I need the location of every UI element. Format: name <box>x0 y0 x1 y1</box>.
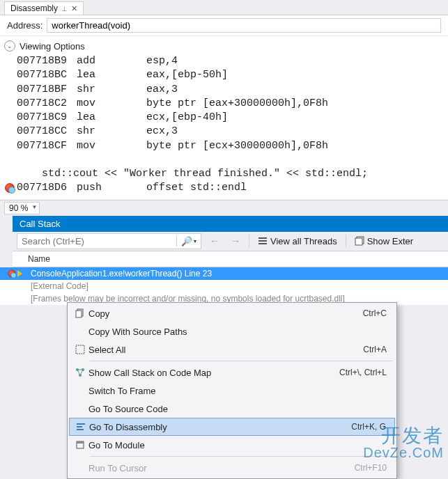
callstack-body: ConsoleApplication1.exe!workerThread() L… <box>0 267 448 305</box>
disasm-row[interactable]: 007718C9leaecx,[ebp-40h] <box>3 111 445 125</box>
menu-separator <box>90 361 392 361</box>
col-name: Name <box>28 254 50 264</box>
disasm-row-current[interactable]: 007718D6pushoffset std::endl <box>3 181 445 195</box>
nav-back-icon[interactable]: ← <box>207 235 222 246</box>
stack-icon <box>355 236 364 246</box>
close-icon[interactable]: ✕ <box>71 4 77 13</box>
menu-item-go-to-disassembly[interactable]: Go To DisassemblyCtrl+K, G <box>69 418 395 436</box>
viewing-options-toggle[interactable]: ⌄ Viewing Options <box>0 36 448 53</box>
select-icon <box>72 345 88 354</box>
svg-rect-2 <box>258 243 267 244</box>
breakpoint-icon[interactable] <box>5 183 15 193</box>
module-icon <box>72 440 88 450</box>
disasm-row[interactable]: 007718B9addesp,4 <box>3 54 445 68</box>
svg-rect-12 <box>77 426 82 427</box>
disasm-row[interactable]: 007718CCshrecx,3 <box>3 125 445 139</box>
disasm-icon <box>72 422 89 432</box>
zoom-bar: 90 % ▼ <box>0 200 448 216</box>
svg-rect-1 <box>258 240 267 242</box>
search-icon[interactable]: 🔎▾ <box>176 236 201 246</box>
menu-item-switch-to-frame[interactable]: Switch To Frame <box>69 382 395 400</box>
separator <box>249 235 249 247</box>
callstack-row[interactable]: [External Code] <box>0 280 448 292</box>
context-menu: CopyCtrl+CCopy With Source PathsSelect A… <box>67 302 397 479</box>
disasm-row[interactable]: 007718CFmovbyte ptr [ecx+30000000h],0F8h <box>3 139 445 153</box>
disassembly-tab[interactable]: Disassembly ⟂ ✕ <box>4 1 84 15</box>
menu-separator <box>90 456 392 457</box>
svg-rect-7 <box>76 345 84 354</box>
menu-item-select-all[interactable]: Select AllCtrl+A <box>69 340 395 359</box>
show-external-button[interactable]: Show Exter <box>352 235 416 248</box>
callstack-row[interactable]: ConsoleApplication1.exe!workerThread() L… <box>0 267 448 280</box>
menu-item-run-to-cursor: Run To CursorCtrl+F10 <box>69 459 395 477</box>
callstack-toolbar: 🔎▾ ← → View all Threads Show Exter <box>13 232 448 251</box>
map-icon <box>72 368 88 377</box>
callstack-title: Call Stack <box>20 219 61 229</box>
current-frame-icon <box>17 270 22 277</box>
copy-icon <box>72 308 88 318</box>
view-all-threads-button[interactable]: View all Threads <box>255 235 340 248</box>
disassembly-tabbar: Disassembly ⟂ ✕ <box>0 0 448 15</box>
menu-item-go-to-module[interactable]: Go To Module <box>69 436 395 454</box>
svg-rect-15 <box>77 441 84 443</box>
disasm-row[interactable]: 007718BFshreax,3 <box>3 83 445 97</box>
menu-item-show-call-stack-on-code-map[interactable]: Show Call Stack on Code MapCtrl+\, Ctrl+… <box>69 363 395 382</box>
callstack-titlebar: Call Stack <box>13 216 448 232</box>
callstack-search[interactable]: 🔎▾ <box>17 233 201 249</box>
svg-rect-4 <box>355 238 362 245</box>
pin-icon[interactable]: ⟂ <box>62 4 67 13</box>
zoom-value: 90 % <box>9 203 28 213</box>
svg-rect-0 <box>258 237 267 239</box>
threads-icon <box>258 236 268 246</box>
svg-rect-13 <box>77 429 84 430</box>
disassembly-listing[interactable]: 007718B9addesp,4007718BCleaeax,[ebp-50h]… <box>0 53 448 200</box>
menu-item-copy-with-source-paths[interactable]: Copy With Source Paths <box>69 322 395 340</box>
menu-item-copy[interactable]: CopyCtrl+C <box>69 304 395 322</box>
chevron-down-icon: ▼ <box>31 204 37 210</box>
callstack-column-header[interactable]: Name <box>13 251 448 267</box>
search-input[interactable] <box>17 234 176 249</box>
viewing-options-label: Viewing Options <box>20 41 85 52</box>
svg-rect-11 <box>77 423 85 425</box>
disasm-row[interactable]: 007718BCleaeax,[ebp-50h] <box>3 68 445 82</box>
address-bar: Address: <box>0 15 448 36</box>
tab-title: Disassembly <box>10 3 58 13</box>
zoom-combo[interactable]: 90 % ▼ <box>4 202 40 214</box>
nav-forward-icon[interactable]: → <box>228 235 243 246</box>
address-input[interactable] <box>47 18 441 33</box>
address-label: Address: <box>7 20 43 31</box>
disasm-row[interactable]: 007718C2movbyte ptr [eax+30000000h],0F8h <box>3 97 445 111</box>
separator <box>346 235 346 247</box>
breakpoint-icon <box>8 269 15 277</box>
svg-rect-6 <box>76 311 82 317</box>
disasm-source-line: std::cout << "Worker thread finished." <… <box>3 167 445 181</box>
chevron-down-icon: ⌄ <box>4 40 15 52</box>
menu-item-go-to-source-code[interactable]: Go To Source Code <box>69 400 395 418</box>
